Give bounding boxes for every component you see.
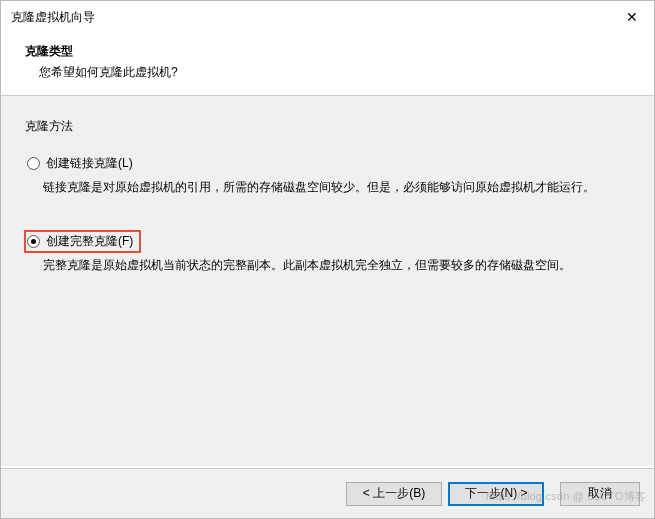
radio-label: 创建链接克隆(L)	[46, 155, 133, 172]
cancel-button[interactable]: 取消	[560, 482, 640, 506]
page-title: 克隆类型	[25, 43, 630, 60]
option-description: 链接克隆是对原始虚拟机的引用，所需的存储磁盘空间较少。但是，必须能够访问原始虚拟…	[25, 178, 630, 197]
radio-icon	[27, 235, 40, 248]
back-button[interactable]: < 上一步(B)	[346, 482, 442, 506]
option-full-clone: 创建完整克隆(F) 完整克隆是原始虚拟机当前状态的完整副本。此副本虚拟机完全独立…	[25, 230, 630, 275]
clone-method-group: 创建链接克隆(L) 链接克隆是对原始虚拟机的引用，所需的存储磁盘空间较少。但是，…	[25, 153, 630, 275]
radio-full-clone[interactable]: 创建完整克隆(F)	[24, 230, 141, 253]
radio-linked-clone[interactable]: 创建链接克隆(L)	[25, 153, 137, 174]
close-icon: ✕	[626, 9, 638, 25]
content-area: 克隆方法 创建链接克隆(L) 链接克隆是对原始虚拟机的引用，所需的存储磁盘空间较…	[1, 96, 654, 466]
page-subtitle: 您希望如何克隆此虚拟机?	[25, 64, 630, 81]
titlebar: 克隆虚拟机向导 ✕	[1, 1, 654, 33]
radio-icon	[27, 157, 40, 170]
option-linked-clone: 创建链接克隆(L) 链接克隆是对原始虚拟机的引用，所需的存储磁盘空间较少。但是，…	[25, 153, 630, 197]
window-title: 克隆虚拟机向导	[11, 9, 95, 26]
wizard-footer: < 上一步(B) 下一步(N) > 取消 https://blog.csdn @…	[1, 468, 654, 518]
section-label: 克隆方法	[25, 118, 630, 135]
close-button[interactable]: ✕	[610, 1, 654, 33]
next-button[interactable]: 下一步(N) >	[448, 482, 544, 506]
radio-label: 创建完整克隆(F)	[46, 233, 133, 250]
option-description: 完整克隆是原始虚拟机当前状态的完整副本。此副本虚拟机完全独立，但需要较多的存储磁…	[25, 256, 630, 275]
wizard-header: 克隆类型 您希望如何克隆此虚拟机?	[1, 33, 654, 96]
